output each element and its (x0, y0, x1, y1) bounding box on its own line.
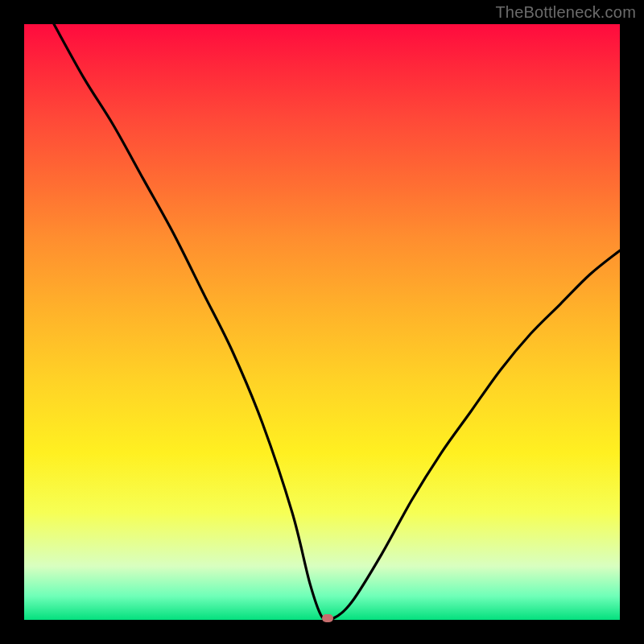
chart-frame: TheBottleneck.com (0, 0, 644, 644)
bottleneck-curve (24, 24, 620, 620)
plot-area (24, 24, 620, 620)
optimal-point-marker (322, 614, 333, 622)
watermark-text: TheBottleneck.com (495, 3, 636, 22)
